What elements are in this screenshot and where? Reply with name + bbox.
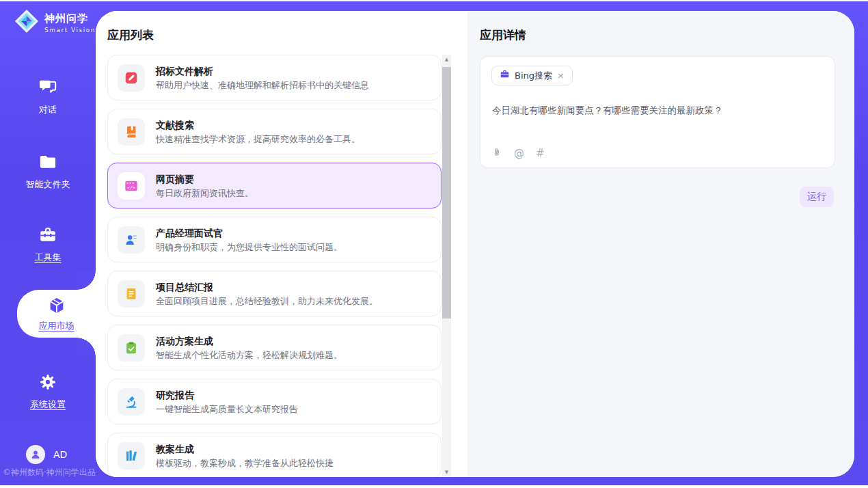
app-desc: 明确身份和职责，为您提供专业性的面试问题。: [156, 243, 342, 252]
sidebar-item-label: 应用市场: [39, 320, 74, 332]
sidebar-item-label: 系统设置: [30, 398, 66, 411]
folder-icon: [38, 152, 57, 174]
list-item-lesson-plan[interactable]: 教案生成 模板驱动，教案秒成，教学准备从此轻松快捷: [107, 433, 442, 477]
app-desc: 智能生成个性化活动方案，轻松解决规划难题。: [156, 351, 342, 360]
close-icon[interactable]: ×: [557, 70, 565, 81]
app-title: 研究报告: [156, 390, 298, 400]
user-name: AD: [53, 449, 67, 460]
sidebar-active-notch: 应用市场: [17, 290, 96, 338]
prompt-card: Bing搜索 × 今日湖北有哪些新闻要点？有哪些需要关注的最新政策？ @ #: [480, 56, 835, 168]
list-scrollbar[interactable]: ▲ ▼: [442, 55, 451, 477]
app-title: 网页摘要: [156, 174, 254, 184]
book-icon: [118, 118, 145, 146]
list-item-web-summary[interactable]: </> 网页摘要 每日政府新闻资讯快查。: [107, 163, 442, 208]
app-desc: 一键智能生成高质量长文本研究报告: [156, 405, 298, 414]
at-mention-icon[interactable]: @: [514, 148, 524, 159]
tool-chip-bing-search[interactable]: Bing搜索 ×: [491, 66, 573, 85]
pencil-square-icon: [118, 64, 145, 92]
scroll-down-icon[interactable]: ▼: [442, 467, 451, 477]
sidebar-item-chat[interactable]: 对话: [0, 78, 96, 116]
app-list: 招标文件解析 帮助用户快速、准确地理解和解析招标书中的关键信息 文献搜索: [107, 55, 442, 477]
list-item-event-plan[interactable]: 活动方案生成 智能生成个性化活动方案，轻松解决规划难题。: [107, 325, 442, 370]
svg-text:</>: </>: [127, 185, 135, 190]
app-list-panel: 应用列表 招标文件解析 帮助用户快速、准确地理解和解析招标书中的关键信息: [96, 11, 467, 477]
content-card: 应用列表 招标文件解析 帮助用户快速、准确地理解和解析招标书中的关键信息: [96, 11, 854, 477]
sidebar-item-label: 智能文件夹: [26, 178, 70, 191]
clipboard-check-icon: [118, 334, 145, 362]
app-desc: 模板驱动，教案秒成，教学准备从此轻松快捷: [156, 459, 334, 467]
scroll-up-icon[interactable]: ▲: [442, 55, 451, 64]
list-item-pm-interviewer[interactable]: 产品经理面试官 明确身份和职责，为您提供专业性的面试问题。: [107, 217, 442, 262]
prompt-input[interactable]: 今日湖北有哪些新闻要点？有哪些需要关注的最新政策？: [492, 103, 820, 117]
sidebar: 神州问学 Smart Vision 对话 智能文件夹: [0, 1, 96, 485]
list-item-literature-search[interactable]: 文献搜索 快速精准查找学术资源，提高研究效率的必备工具。: [107, 109, 442, 154]
prompt-toolbar: @ #: [491, 147, 545, 160]
app-detail-panel: 应用详情 Bing搜索 × 今日湖北有哪些新闻要点？有哪些需要关注的最新政策？: [467, 11, 854, 477]
app-title: 产品经理面试官: [156, 228, 342, 238]
sidebar-item-settings[interactable]: 系统设置: [0, 372, 96, 411]
app-window: 神州问学 Smart Vision 对话 智能文件夹: [0, 1, 868, 485]
gear-icon: [38, 372, 57, 394]
paperclip-icon[interactable]: [491, 147, 502, 160]
list-item-bid-parse[interactable]: 招标文件解析 帮助用户快速、准确地理解和解析招标书中的关键信息: [107, 55, 442, 100]
tool-chip-label: Bing搜索: [515, 70, 552, 82]
app-title: 项目总结汇报: [156, 282, 378, 292]
app-desc: 每日政府新闻资讯快查。: [156, 189, 254, 198]
list-item-research-report[interactable]: 研究报告 一键智能生成高质量长文本研究报告: [107, 379, 442, 424]
brand-text: 神州问学 Smart Vision: [44, 12, 96, 33]
app-title: 活动方案生成: [156, 336, 342, 346]
run-button[interactable]: 运行: [800, 187, 834, 207]
app-list-title: 应用列表: [107, 27, 154, 43]
copyright-text: ©神州数码·神州问学出品: [3, 467, 96, 478]
sidebar-item-label: 工具集: [35, 252, 62, 264]
brand-name: 神州问学: [44, 12, 96, 25]
browser-code-icon: </>: [118, 172, 145, 200]
diamond-logo-icon: [14, 8, 40, 37]
sidebar-item-smart-folder[interactable]: 智能文件夹: [0, 152, 96, 191]
books-icon: [118, 442, 145, 470]
app-title: 教案生成: [156, 444, 334, 454]
interviewer-person-icon: [118, 226, 145, 254]
toolbox-icon: [38, 226, 57, 247]
briefcase-icon: [500, 69, 510, 82]
app-title: 文献搜索: [156, 120, 360, 130]
app-desc: 帮助用户快速、准确地理解和解析招标书中的关键信息: [156, 81, 369, 90]
app-detail-title: 应用详情: [480, 27, 526, 43]
microscope-icon: [118, 388, 145, 416]
app-desc: 快速精准查找学术资源，提高研究效率的必备工具。: [156, 135, 360, 144]
sidebar-item-toolkit[interactable]: 工具集: [0, 226, 96, 264]
hash-icon[interactable]: #: [536, 148, 545, 159]
chat-icon: [38, 78, 57, 100]
list-item-project-summary[interactable]: 项目总结汇报 全面回顾项目进展，总结经验教训，助力未来优化发展。: [107, 271, 442, 316]
app-desc: 全面回顾项目进展，总结经验教训，助力未来优化发展。: [156, 297, 378, 306]
brand-subtitle: Smart Vision: [44, 27, 96, 33]
sidebar-item-app-market[interactable]: 应用市场: [17, 290, 96, 338]
user-account[interactable]: AD: [26, 445, 67, 464]
scrollbar-thumb[interactable]: [442, 67, 451, 318]
sidebar-item-label: 对话: [39, 104, 57, 116]
avatar: [26, 445, 45, 464]
document-icon: [118, 280, 145, 308]
cube-icon: [47, 296, 66, 318]
app-title: 招标文件解析: [156, 66, 369, 76]
brand-logo: 神州问学 Smart Vision: [14, 8, 96, 37]
